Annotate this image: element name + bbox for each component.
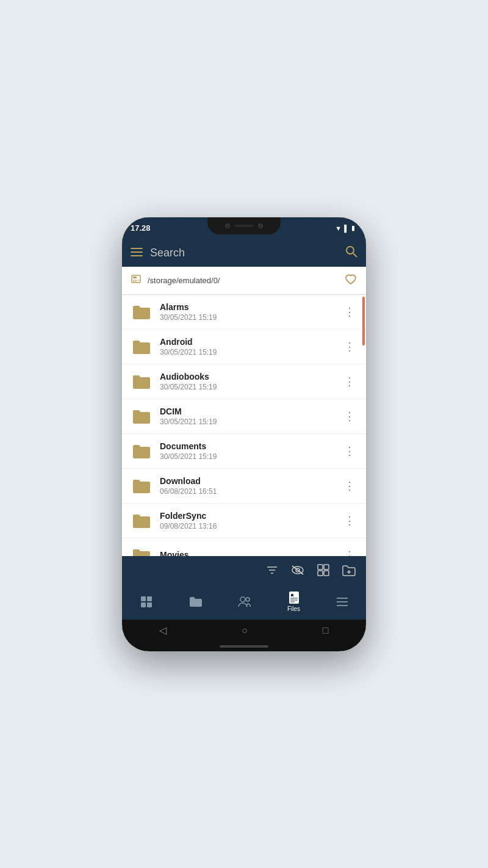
nav-item-people[interactable] — [232, 593, 257, 610]
notch-camera — [225, 223, 230, 228]
nav-item-menu[interactable] — [330, 595, 354, 609]
add-folder-button[interactable] — [338, 559, 360, 581]
recent-button[interactable]: □ — [323, 625, 329, 636]
toolbar — [122, 556, 366, 584]
file-date: 30/05/2021 15:19 — [160, 313, 334, 322]
svg-rect-1 — [131, 251, 143, 253]
path-bar: /storage/emulated/0/ — [122, 267, 366, 295]
signal-icon: ▌ — [344, 225, 349, 232]
search-input[interactable]: Search — [150, 247, 338, 259]
list-item: Download 06/08/2021 16:51 ⋮ — [122, 469, 366, 504]
file-info: Android 30/05/2021 15:19 — [160, 337, 334, 356]
list-item: Movies ⋮ — [122, 538, 366, 556]
file-name: Alarms — [160, 302, 334, 312]
file-info: FolderSync 09/08/2021 13:16 — [160, 511, 334, 530]
more-options-icon[interactable]: ⋮ — [342, 477, 357, 495]
more-options-icon[interactable]: ⋮ — [342, 407, 357, 425]
menu-icon[interactable] — [131, 247, 143, 259]
svg-rect-22 — [147, 596, 152, 601]
file-date: 30/05/2021 15:19 — [160, 418, 334, 426]
more-options-icon[interactable]: ⋮ — [342, 338, 357, 356]
svg-line-4 — [353, 253, 357, 257]
list-item: DCIM 30/05/2021 15:19 ⋮ — [122, 399, 366, 434]
file-info: Movies — [160, 550, 334, 556]
more-options-icon[interactable]: ⋮ — [342, 546, 357, 556]
file-name: Audiobooks — [160, 372, 334, 382]
home-button[interactable]: ○ — [242, 625, 248, 636]
folder-icon — [131, 440, 152, 462]
phone-frame: 17.28 ▼ ▌ ▮ Search — [122, 217, 366, 651]
folder-icon — [131, 475, 152, 497]
file-info: Audiobooks 30/05/2021 15:19 — [160, 372, 334, 391]
folder-icon — [131, 336, 152, 358]
svg-rect-6 — [133, 277, 137, 278]
notch-camera-2 — [258, 223, 263, 228]
file-list: Alarms 30/05/2021 15:19 ⋮ Android 30/05/… — [122, 295, 366, 556]
status-icons: ▼ ▌ ▮ — [335, 224, 355, 232]
nav-item-files[interactable]: Files — [281, 588, 306, 615]
svg-rect-17 — [318, 571, 323, 576]
folder-icon — [131, 510, 152, 532]
battery-icon: ▮ — [351, 224, 355, 232]
storage-icon — [131, 273, 142, 287]
svg-rect-18 — [324, 571, 329, 576]
search-icon[interactable] — [345, 245, 357, 261]
wifi-icon: ▼ — [335, 225, 342, 232]
file-name: Documents — [160, 441, 334, 451]
folder-icon — [131, 405, 152, 427]
search-bar: Search — [122, 239, 366, 267]
notch — [207, 217, 281, 234]
svg-rect-0 — [131, 248, 143, 249]
svg-rect-21 — [141, 596, 146, 601]
svg-rect-28 — [291, 594, 293, 596]
list-item: Documents 30/05/2021 15:19 ⋮ — [122, 434, 366, 469]
phone-screen: 17.28 ▼ ▌ ▮ Search — [122, 217, 366, 651]
list-item: FolderSync 09/08/2021 13:16 ⋮ — [122, 504, 366, 538]
folder-icon — [131, 371, 152, 392]
nav-files-label: Files — [287, 606, 300, 612]
home-bar — [220, 645, 268, 648]
svg-point-26 — [246, 598, 249, 601]
path-text: /storage/emulated/0/ — [148, 276, 220, 285]
file-name: Android — [160, 337, 334, 347]
file-info: Documents 30/05/2021 15:19 — [160, 441, 334, 461]
file-info: Alarms 30/05/2021 15:19 — [160, 302, 334, 322]
file-name: Movies — [160, 550, 334, 556]
file-name: DCIM — [160, 407, 334, 416]
more-options-icon[interactable]: ⋮ — [342, 512, 357, 530]
file-date: 30/05/2021 15:19 — [160, 383, 334, 391]
status-time: 17.28 — [131, 223, 151, 233]
file-info: Download 06/08/2021 16:51 — [160, 476, 334, 496]
more-options-icon[interactable]: ⋮ — [342, 372, 357, 391]
svg-point-3 — [346, 247, 354, 254]
file-date: 09/08/2021 13:16 — [160, 522, 334, 530]
grid-view-button[interactable] — [312, 559, 334, 581]
list-item: Android 30/05/2021 15:19 ⋮ — [122, 330, 366, 364]
hidden-files-button[interactable] — [287, 559, 309, 581]
notch-speaker — [235, 225, 253, 227]
file-info: DCIM 30/05/2021 15:19 — [160, 407, 334, 426]
list-item: Audiobooks 30/05/2021 15:19 ⋮ — [122, 364, 366, 399]
svg-rect-16 — [324, 565, 329, 570]
nav-item-home[interactable] — [134, 593, 159, 611]
file-date: 06/08/2021 16:51 — [160, 487, 334, 496]
nav-item-folders[interactable] — [183, 593, 209, 610]
scroll-indicator[interactable] — [362, 297, 365, 345]
filter-button[interactable] — [261, 559, 283, 581]
file-name: FolderSync — [160, 511, 334, 521]
bottom-nav: Files — [122, 584, 366, 620]
folder-icon — [131, 301, 152, 323]
path-left: /storage/emulated/0/ — [131, 273, 220, 287]
back-button[interactable]: ◁ — [159, 624, 167, 636]
favorite-icon[interactable] — [344, 273, 357, 288]
svg-point-25 — [240, 597, 245, 602]
svg-rect-2 — [131, 255, 143, 256]
list-item: Alarms 30/05/2021 15:19 ⋮ — [122, 295, 366, 330]
svg-rect-23 — [141, 602, 146, 607]
more-options-icon[interactable]: ⋮ — [342, 303, 357, 321]
system-nav: ◁ ○ □ — [122, 620, 366, 642]
folder-icon — [131, 544, 152, 556]
file-name: Download — [160, 476, 334, 486]
svg-rect-15 — [318, 565, 323, 570]
more-options-icon[interactable]: ⋮ — [342, 442, 357, 460]
